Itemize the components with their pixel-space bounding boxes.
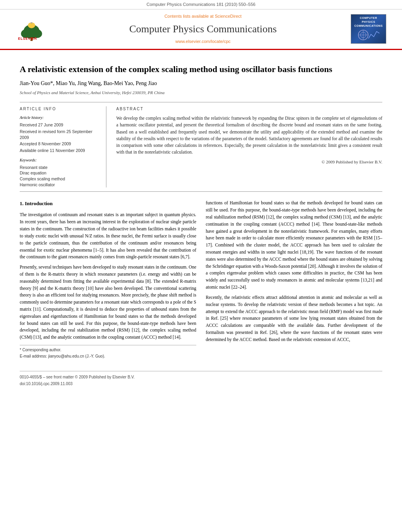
abstract-panel: ABSTRACT We develop the complex scaling … <box>114 106 382 187</box>
journal-cover-section: COMPUTER PHYSICS COMMUNICATIONS <box>351 14 394 44</box>
authors-text: Jian-You Guo*, Miao Yu, Jing Wang, Bao-M… <box>20 80 157 86</box>
info-abstract-row: ARTICLE INFO Article history: Received 2… <box>20 102 382 192</box>
journal-url: www.elsevier.com/locate/cpc <box>63 39 343 44</box>
cover-graphic <box>355 28 382 42</box>
article-info-heading: ARTICLE INFO <box>20 106 100 112</box>
abstract-copyright: © 2009 Published by Elsevier B.V. <box>116 159 382 165</box>
received-date: Received 27 June 2009 <box>20 122 100 128</box>
sciencedirect-label: Contents lists available at ScienceDirec… <box>63 13 343 19</box>
elsevier-logo: ELSEVIER <box>8 17 55 41</box>
abstract-heading: ABSTRACT <box>116 106 382 112</box>
keyword-3: Complex scaling method <box>20 176 100 182</box>
footer-issn: 0010-4655/$ – see front matter © 2009 Pu… <box>20 374 382 380</box>
sciencedirect-name: ScienceDirect <box>215 14 242 19</box>
body-col-left: 1. Introduction The investigation of con… <box>20 200 196 359</box>
article-footer: 0010-4655/$ – see front matter © 2009 Pu… <box>20 371 382 387</box>
journal-header: ELSEVIER Contents lists available at Sci… <box>0 9 402 50</box>
cover-title: COMPUTER PHYSICS COMMUNICATIONS <box>353 16 384 28</box>
keyword-2: Dirac equation <box>20 170 100 176</box>
footnote-area: * Corresponding author. E-mail address: … <box>20 345 196 359</box>
body-columns: 1. Introduction The investigation of con… <box>20 200 382 359</box>
elsevier-tree-icon: ELSEVIER <box>14 17 49 41</box>
keyword-1: Resonant state <box>20 165 100 171</box>
footer-doi: doi:10.1016/j.cpc.2009.11.003 <box>20 381 382 387</box>
authors-line: Jian-You Guo*, Miao Yu, Jing Wang, Bao-M… <box>20 80 382 87</box>
footnote-star-note: * Corresponding author. <box>20 347 196 353</box>
body-col2-para2: Recently, the relativistic effects attra… <box>206 294 382 343</box>
article-info-panel: ARTICLE INFO Article history: Received 2… <box>20 106 106 187</box>
keyword-4: Harmonic oscillator <box>20 182 100 188</box>
body-col2-para1: functions of Hamiltonian for bound state… <box>206 200 382 291</box>
svg-text:ELSEVIER: ELSEVIER <box>18 37 37 41</box>
body-col-right: functions of Hamiltonian for bound state… <box>206 200 382 359</box>
body-col1-para1: The investigation of continuum and reson… <box>20 211 196 261</box>
main-content: A relativistic extension of the complex … <box>0 50 402 396</box>
section1-heading: 1. Introduction <box>20 200 196 208</box>
journal-cover-image: COMPUTER PHYSICS COMMUNICATIONS <box>351 14 386 44</box>
journal-citation-bar: Computer Physics Communications 181 (201… <box>0 0 402 9</box>
abstract-text: We develop the complex scaling method wi… <box>116 115 382 156</box>
journal-title: Computer Physics Communications <box>63 22 343 36</box>
received-revised-date: Received in revised form 25 September 20… <box>20 129 100 140</box>
keywords-label: Keywords: <box>20 158 100 163</box>
available-date: Available online 11 November 2009 <box>20 148 100 154</box>
history-label: Article history: <box>20 115 100 120</box>
accepted-date: Accepted 8 November 2009 <box>20 141 100 147</box>
article-title: A relativistic extension of the complex … <box>20 64 382 75</box>
body-col1-para2: Presently, several techniques have been … <box>20 264 196 341</box>
footnote-email-note: E-mail address: jianyou@ahu.edu.cn (J.-Y… <box>20 353 196 360</box>
journal-citation: Computer Physics Communications 181 (201… <box>147 2 255 7</box>
elsevier-logo-section: ELSEVIER <box>8 17 55 41</box>
affiliation: School of Physics and Material Science, … <box>20 90 382 96</box>
journal-info-center: Contents lists available at ScienceDirec… <box>55 13 351 44</box>
